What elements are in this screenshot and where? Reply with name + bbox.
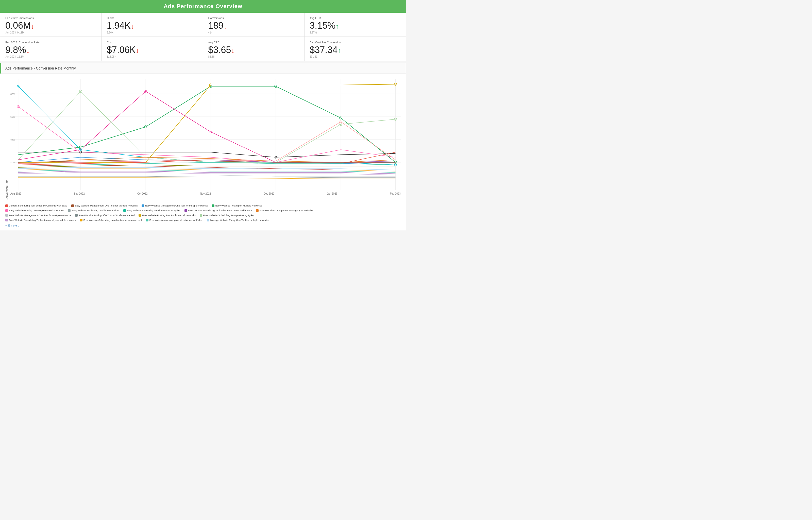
legend-dot-6 [123, 209, 126, 212]
legend-dot-10 [75, 214, 78, 217]
cost-arrow: ↓ [136, 47, 139, 55]
metric-conv-rate-sub: Jan 2023: 12.3% [5, 55, 96, 58]
metric-impressions-value: 0.06M↓ [5, 21, 96, 31]
ctr-arrow: ↑ [335, 22, 339, 30]
legend-area: Content Scheduling Tool Schedule Content… [0, 200, 406, 230]
metric-cost-sub: $13.05K [107, 55, 198, 58]
legend-item-0: Content Scheduling Tool Schedule Content… [5, 203, 67, 208]
metric-avg-cpc-label: Avg CPC [208, 41, 299, 44]
legend-label-7: Free Content Scheduling Tool Schedule Co… [188, 208, 252, 213]
chart-section: Ads Performance - Conversion Rate Monthl… [0, 63, 406, 230]
legend-dot-16 [207, 219, 209, 222]
metric-conversions: Conversions 189↓ 414 [203, 13, 305, 36]
legend-label-13: Free Website Scheduling Tool Automatical… [9, 218, 76, 222]
conv-rate-arrow: ↓ [26, 47, 30, 55]
legend-label-3: Easy Website Posting on Multiple Network… [215, 203, 262, 208]
metric-conversions-value: 189↓ [208, 21, 299, 31]
svg-text:34%: 34% [10, 138, 15, 141]
legend-dot-1 [71, 204, 74, 207]
impressions-arrow: ↓ [31, 22, 34, 30]
metric-clicks-value: 1.94K↓ [107, 21, 198, 31]
legend-label-15: Free Website monitoring on all networks … [149, 218, 203, 222]
chart-container: Conversion Rate 82% 58% 34% 10% [5, 79, 401, 200]
legend-row-4: Free Website Scheduling Tool Automatical… [5, 218, 401, 222]
svg-text:82%: 82% [10, 93, 15, 95]
x-label-oct: Oct 2022 [137, 192, 148, 195]
metric-avg-ctr: Avg CTR 3.15%↑ 2.97% [305, 13, 406, 36]
metric-avg-cpc-sub: $3.88 [208, 55, 299, 58]
metric-impressions-label: Feb 2023: Impressions [5, 17, 96, 20]
metric-conv-rate-value: 9.8%↓ [5, 45, 96, 55]
y-axis-label: Conversion Rate [5, 79, 8, 200]
legend-dot-3 [212, 204, 214, 207]
legend-dot-11 [138, 214, 141, 217]
metric-avg-cost-conv-sub: $31.51 [310, 55, 401, 58]
legend-label-5: Easy Website Publishing on all the Websi… [72, 208, 119, 213]
clicks-arrow: ↓ [131, 22, 134, 30]
metric-clicks-label: Clicks [107, 17, 198, 20]
legend-item-15: Free Website monitoring on all networks … [146, 218, 203, 222]
x-label-feb: Feb 2023 [390, 192, 401, 195]
legend-item-8: Free Website Management Manage your Webs… [256, 208, 313, 213]
svg-text:58%: 58% [10, 116, 15, 118]
metric-cost: Cost $7.06K↓ $13.05K [102, 37, 203, 61]
chart-title: Ads Performance - Conversion Rate Monthl… [0, 63, 406, 74]
legend-label-14: Free Website Scheduling on all networks … [83, 218, 142, 222]
x-label-jan: Jan 2023 [327, 192, 337, 195]
metric-cost-label: Cost [107, 41, 198, 44]
more-link[interactable]: + 36 more... [5, 224, 19, 228]
x-label-dec: Dec 2022 [264, 192, 275, 195]
metric-avg-cpc: Avg CPC $3.65↓ $3.88 [203, 37, 305, 61]
legend-item-5: Easy Website Publishing on all the Websi… [68, 208, 119, 213]
chart-inner: 82% 58% 34% 10% [10, 79, 401, 200]
legend-label-12: Free Website Scheduling Auto post using … [203, 213, 255, 217]
metric-avg-ctr-sub: 2.97% [310, 31, 401, 34]
legend-label-0: Content Scheduling Tool Schedule Content… [9, 203, 67, 208]
metric-cost-value: $7.06K↓ [107, 45, 198, 55]
chart-area: Conversion Rate 82% 58% 34% 10% [0, 74, 406, 200]
avg-cpc-arrow: ↓ [231, 47, 235, 55]
legend-label-9: Free Website Management One Tool for mul… [9, 213, 71, 217]
legend-dot-15 [146, 219, 148, 222]
metric-conv-rate: Feb 2023: Conversion Rate 9.8%↓ Jan 2023… [0, 37, 101, 61]
metric-avg-cpc-value: $3.65↓ [208, 45, 299, 55]
metric-clicks: Clicks 1.94K↓ 3.36K [102, 13, 203, 36]
legend-item-14: Free Website Scheduling on all networks … [80, 218, 142, 222]
metric-avg-ctr-label: Avg CTR [310, 17, 401, 20]
legend-dot-7 [184, 209, 187, 212]
page-title: Ads Performance Overview [164, 3, 242, 9]
x-label-aug: Aug 2022 [10, 192, 21, 195]
legend-item-3: Easy Website Posting on Multiple Network… [212, 203, 262, 208]
metric-avg-cost-conv: Avg Cost Per Conversion $37.34↑ $31.51 [305, 37, 406, 61]
x-label-nov: Nov 2022 [200, 192, 211, 195]
legend-dot-2 [142, 204, 144, 207]
legend-dot-12 [200, 214, 202, 217]
legend-dot-5 [68, 209, 71, 212]
page-header: Ads Performance Overview [0, 0, 406, 13]
legend-item-7: Free Content Scheduling Tool Schedule Co… [184, 208, 252, 213]
legend-item-10: Free Website Posting S/W That YOU always… [75, 213, 135, 217]
x-label-sep: Sep 2022 [74, 192, 85, 195]
metric-impressions-sub: Jan 2023: 0.11M [5, 31, 96, 34]
legend-dot-0 [5, 204, 8, 207]
metric-conversions-sub: 414 [208, 31, 299, 34]
metric-impressions: Feb 2023: Impressions 0.06M↓ Jan 2023: 0… [0, 13, 101, 36]
legend-dot-9 [5, 214, 8, 217]
legend-item-16: Manage Website Easily One Tool for multi… [207, 218, 269, 222]
metric-avg-ctr-value: 3.15%↑ [310, 21, 401, 31]
metrics-row-2: Feb 2023: Conversion Rate 9.8%↓ Jan 2023… [0, 37, 406, 61]
legend-item-11: Free Website Posting Tool Publish on all… [138, 213, 195, 217]
svg-text:10%: 10% [10, 161, 15, 164]
legend-item-12: Free Website Scheduling Auto post using … [200, 213, 255, 217]
avg-cost-conv-arrow: ↑ [337, 47, 341, 55]
metric-conv-rate-label: Feb 2023: Conversion Rate [5, 41, 96, 44]
metric-avg-cost-conv-label: Avg Cost Per Conversion [310, 41, 401, 44]
legend-label-6: Easy Website monitoring on all networks … [127, 208, 181, 213]
legend-label-1: Easy Website Management One Tool for Mul… [75, 203, 138, 208]
legend-item-2: Easy Website Management One Tool for mul… [142, 203, 208, 208]
legend-label-10: Free Website Posting S/W That YOU always… [79, 213, 135, 217]
legend-dot-13 [5, 219, 8, 222]
metric-clicks-sub: 3.36K [107, 31, 198, 34]
legend-row-3: Free Website Management One Tool for mul… [5, 213, 401, 217]
legend-dot-14 [80, 219, 82, 222]
